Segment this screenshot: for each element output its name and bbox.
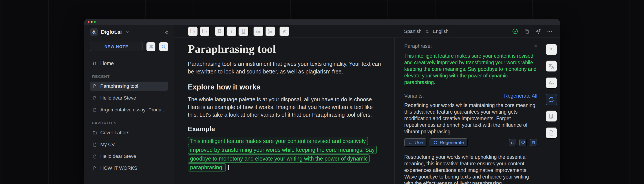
paraphrase-panel-title: Paraphrase: <box>404 43 432 49</box>
check-circle-icon <box>512 28 518 34</box>
sidebar-item-label: Hello dear Steve <box>100 95 136 101</box>
arrow-left-icon: ← <box>408 140 412 145</box>
new-note-button[interactable]: NEW NOTE <box>90 42 143 51</box>
close-window-button[interactable] <box>88 21 90 23</box>
tools-rail <box>542 38 560 184</box>
plagiarism-check-button[interactable] <box>546 110 557 122</box>
sidebar-item-cover-latters[interactable]: Cover Latters <box>90 128 168 137</box>
sidebar-item-hello-dear-steve[interactable]: Hello dear Steve <box>90 93 168 103</box>
window-titlebar[interactable] <box>84 19 560 25</box>
delete-variant-button[interactable] <box>530 139 537 146</box>
underline-button[interactable]: U <box>238 26 248 36</box>
content-row: Paraphrasing tool Paraphrasing tool is a… <box>174 38 560 184</box>
search-icon <box>161 44 166 49</box>
explore-paragraph[interactable]: The whole language palette is at your di… <box>188 96 382 119</box>
text-cursor-icon <box>227 165 230 170</box>
sidebar-item-label: Argumentative essay “Produ... <box>100 107 166 113</box>
svg-text:1: 1 <box>268 29 269 31</box>
saved-status-button[interactable] <box>512 28 518 34</box>
main-area: H₂ H₃ B I U 12 Spanish <box>174 25 560 184</box>
trash-icon <box>532 140 536 145</box>
note-icon <box>92 142 97 147</box>
translate-button[interactable] <box>546 61 557 72</box>
regenerate-variant-button[interactable]: Regenerate <box>430 138 468 147</box>
sidebar-item-my-cv[interactable]: My CV <box>90 140 168 149</box>
plagiarism-check-icon <box>548 113 554 119</box>
favorites-section-label: FAVORITES <box>90 121 168 125</box>
ellipsis-icon <box>547 28 552 34</box>
paraphrase-panel: Paraphrase: × This intelligent feature m… <box>394 38 542 184</box>
explore-heading[interactable]: Explore how it works <box>188 83 382 91</box>
thumbs-down-button[interactable] <box>519 139 527 146</box>
chevron-down-icon <box>125 30 129 34</box>
thumbs-up-button[interactable] <box>509 139 516 146</box>
window-body: & Diglot.ai « NEW NOTE ⌘ <box>84 25 560 184</box>
example-heading[interactable]: Example <box>188 125 382 133</box>
workspace-menu-button[interactable] <box>125 30 129 34</box>
sidebar-item-label: Cover Latters <box>100 130 129 136</box>
language-from[interactable]: Spanish <box>404 28 422 34</box>
paraphrased-highlight[interactable]: This intelligent feature makes sure your… <box>188 137 377 172</box>
bullet-list-icon <box>256 29 261 34</box>
sidebar-item-paraphrasing-tool[interactable]: Paraphrasing tool <box>90 82 168 91</box>
close-icon: × <box>534 43 537 49</box>
thumbs-down-icon <box>521 140 525 145</box>
variants-header: Variants: Regenerate All <box>404 93 537 99</box>
close-panel-button[interactable]: × <box>534 43 537 49</box>
bold-button[interactable]: B <box>215 26 225 36</box>
maximize-window-button[interactable] <box>94 21 96 23</box>
intro-paragraph[interactable]: Paraphrasing tool is an instrument that … <box>188 60 382 76</box>
bullet-list-button[interactable] <box>254 26 264 36</box>
italic-button[interactable]: I <box>226 26 237 36</box>
paraphrase-result-text: This intelligent feature makes sure your… <box>404 53 537 86</box>
paraphrase-panel-header: Paraphrase: × <box>404 43 537 49</box>
toolbar-actions <box>512 28 552 34</box>
copy-icon <box>524 28 530 34</box>
variant-1-text: Redefining your words while maintaining … <box>404 102 537 135</box>
refresh-icon <box>433 140 438 145</box>
sidebar-item-home[interactable]: Home <box>90 59 168 68</box>
heading2-button[interactable]: H₂ <box>188 26 198 36</box>
document-icon <box>548 130 554 136</box>
sidebar-item-label: Paraphrasing tool <box>100 83 138 89</box>
note-icon <box>92 108 97 112</box>
command-shortcut-button[interactable]: ⌘ <box>146 42 156 51</box>
sidebar: & Diglot.ai « NEW NOTE ⌘ <box>84 25 174 184</box>
note-icon <box>92 84 97 89</box>
sidebar-item-hello-dear-steve-2[interactable]: Hello dear Steve <box>90 152 168 161</box>
search-button[interactable] <box>159 42 168 51</box>
sidebar-item-label: My CV <box>100 142 115 147</box>
grammar-check-button[interactable] <box>546 77 557 89</box>
share-button[interactable] <box>535 28 541 34</box>
sidebar-item-how-it-works[interactable]: HOW IT WORKS <box>90 164 168 173</box>
language-to[interactable]: English <box>433 28 448 34</box>
summarize-button[interactable] <box>546 127 557 139</box>
double-chevron-left-icon: « <box>165 29 168 35</box>
ai-assistant-button[interactable] <box>546 44 557 55</box>
minimize-window-button[interactable] <box>91 21 92 23</box>
send-icon <box>535 28 541 34</box>
more-options-button[interactable] <box>547 28 552 34</box>
clear-formatting-icon <box>282 29 287 34</box>
document-title[interactable]: Paraphrasing tool <box>188 43 382 56</box>
clear-formatting-button[interactable] <box>279 26 290 36</box>
format-buttons-group: H₂ H₃ B I U 12 <box>188 26 290 36</box>
example-paragraph[interactable]: This intelligent feature makes sure your… <box>188 137 382 172</box>
document-editor[interactable]: Paraphrasing tool Paraphrasing tool is a… <box>174 38 394 184</box>
paraphrase-tool-button[interactable] <box>546 94 557 105</box>
sidebar-header: & Diglot.ai « <box>90 27 168 37</box>
use-variant-button[interactable]: ← Use <box>404 138 426 147</box>
regenerate-all-link[interactable]: Regenerate All <box>504 93 537 99</box>
collapse-sidebar-button[interactable]: « <box>165 29 168 35</box>
svg-text:2: 2 <box>268 32 269 34</box>
copy-button[interactable] <box>524 28 530 34</box>
language-selector: Spanish & English <box>404 28 448 34</box>
editor-toolbar: H₂ H₃ B I U 12 Spanish <box>174 25 560 38</box>
sidebar-item-label: Home <box>100 61 114 67</box>
use-button-label: Use <box>414 140 423 145</box>
app-logo-glyph: & <box>92 29 96 35</box>
ordered-list-button[interactable]: 12 <box>265 26 275 36</box>
paraphrase-icon <box>548 96 554 103</box>
sidebar-item-argumentative-essay[interactable]: Argumentative essay “Produ... <box>90 105 168 114</box>
heading3-button[interactable]: H₃ <box>200 26 210 36</box>
